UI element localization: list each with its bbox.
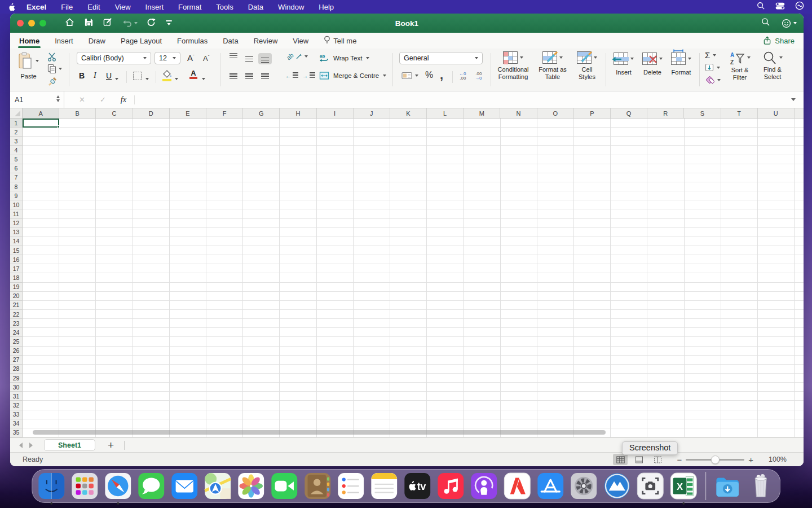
maps-dock-icon[interactable] — [204, 472, 232, 500]
column-header-g[interactable]: G — [243, 108, 280, 118]
tab-formulas[interactable]: Formulas — [177, 33, 208, 49]
photos-dock-icon[interactable] — [237, 472, 265, 500]
row-header-13[interactable]: 13 — [10, 228, 22, 237]
row-header-4[interactable]: 4 — [10, 146, 22, 155]
row-header-8[interactable]: 8 — [10, 182, 22, 191]
shrink-font-button[interactable]: Aˇ — [203, 54, 209, 63]
column-header-c[interactable]: C — [96, 108, 133, 118]
zoom-in-button[interactable]: + — [748, 455, 753, 465]
edit-icon[interactable] — [103, 17, 113, 29]
appstore-dock-icon[interactable] — [536, 472, 564, 500]
merge-centre-button[interactable]: Merge & Centre — [319, 71, 386, 80]
row-header-7[interactable]: 7 — [10, 173, 22, 182]
facetime-dock-icon[interactable] — [270, 472, 298, 500]
tab-review[interactable]: Review — [254, 33, 278, 49]
column-header-f[interactable]: F — [206, 108, 243, 118]
name-box-stepper[interactable] — [56, 95, 60, 102]
save-icon[interactable] — [84, 17, 94, 29]
row-header-12[interactable]: 12 — [10, 219, 22, 228]
column-header-h[interactable]: H — [280, 108, 316, 118]
apple-menu-icon[interactable] — [8, 2, 15, 11]
next-sheet-arrow[interactable] — [29, 443, 33, 448]
page-break-view-button[interactable] — [650, 454, 665, 465]
row-header-26[interactable]: 26 — [10, 347, 22, 356]
contacts-dock-icon[interactable] — [303, 472, 332, 500]
fill-button[interactable] — [705, 63, 720, 72]
column-header-e[interactable]: E — [170, 108, 206, 118]
music-dock-icon[interactable] — [436, 472, 465, 500]
redo-icon[interactable] — [147, 17, 156, 29]
fill-color-caret[interactable] — [175, 75, 178, 82]
column-header-p[interactable]: P — [574, 108, 611, 118]
italic-button[interactable]: I — [94, 71, 96, 80]
minimize-button[interactable] — [28, 20, 35, 27]
titlebar-search-icon[interactable] — [761, 17, 770, 29]
trash-dock-icon[interactable] — [747, 472, 775, 500]
fill-handle[interactable] — [57, 125, 60, 128]
wrap-text-button[interactable]: ab Wrap Text — [319, 53, 369, 63]
customize-toolbar-icon[interactable] — [165, 18, 173, 28]
row-header-34[interactable]: 34 — [10, 419, 22, 428]
home-icon[interactable] — [64, 17, 75, 29]
underline-menu-caret[interactable] — [115, 75, 118, 82]
settings-dock-icon[interactable] — [570, 472, 598, 500]
menu-data[interactable]: Data — [248, 3, 263, 11]
tab-data[interactable]: Data — [223, 33, 238, 49]
tab-view[interactable]: View — [293, 33, 308, 49]
increase-indent-button[interactable]: → — [302, 72, 315, 80]
page-layout-view-button[interactable] — [632, 454, 646, 465]
column-header-k[interactable]: K — [390, 108, 427, 118]
row-header-29[interactable]: 29 — [10, 374, 22, 383]
column-header-m[interactable]: M — [464, 108, 500, 118]
normal-view-button[interactable] — [613, 454, 628, 465]
selected-cell-a1[interactable] — [23, 119, 59, 128]
finder-dock-icon[interactable] — [37, 472, 65, 500]
zoom-out-button[interactable]: − — [677, 455, 682, 465]
decrease-decimal-button[interactable]: .00→0 — [475, 72, 482, 81]
row-header-24[interactable]: 24 — [10, 328, 22, 337]
control-center-icon[interactable] — [775, 2, 785, 12]
align-top-button[interactable] — [227, 53, 240, 64]
format-painter-button[interactable] — [47, 76, 58, 87]
align-left-button[interactable] — [227, 71, 240, 82]
row-header-25[interactable]: 25 — [10, 337, 22, 346]
close-button[interactable] — [17, 20, 24, 27]
row-header-3[interactable]: 3 — [10, 137, 22, 146]
column-header-l[interactable]: L — [427, 108, 464, 118]
grow-font-button[interactable]: Aˆ — [187, 53, 195, 63]
horizontal-scrollbar[interactable] — [33, 430, 606, 435]
cell-styles-button[interactable]: Cell Styles — [573, 51, 601, 80]
menu-edit[interactable]: Edit — [87, 3, 100, 11]
column-header-o[interactable]: O — [537, 108, 574, 118]
accounting-format-button[interactable] — [401, 71, 418, 80]
increase-decimal-button[interactable]: ←0.00 — [459, 72, 466, 81]
row-header-18[interactable]: 18 — [10, 273, 22, 282]
undo-icon[interactable] — [122, 19, 138, 28]
zoom-slider-handle[interactable] — [711, 456, 720, 464]
copy-button[interactable] — [47, 64, 62, 73]
menu-view[interactable]: View — [115, 3, 131, 11]
column-header-r[interactable]: R — [647, 108, 684, 118]
share-button[interactable]: Share — [763, 36, 795, 45]
sheet-tab-sheet1[interactable]: Sheet1 — [44, 439, 95, 451]
orientation-button[interactable]: ab — [286, 53, 308, 60]
news-dock-icon[interactable] — [503, 472, 531, 500]
font-color-button[interactable]: A — [189, 69, 197, 79]
messages-dock-icon[interactable] — [137, 472, 165, 500]
percent-style-button[interactable]: % — [425, 70, 433, 80]
zoom-button[interactable] — [39, 20, 46, 27]
column-header-t[interactable]: T — [721, 108, 758, 118]
row-header-30[interactable]: 30 — [10, 383, 22, 392]
row-header-6[interactable]: 6 — [10, 164, 22, 173]
borders-button[interactable] — [133, 72, 142, 80]
row-header-32[interactable]: 32 — [10, 401, 22, 410]
tab-insert[interactable]: Insert — [55, 33, 73, 49]
column-header-q[interactable]: Q — [611, 108, 647, 118]
add-sheet-button[interactable]: + — [108, 440, 114, 450]
cancel-icon[interactable]: ✕ — [79, 95, 85, 104]
enter-icon[interactable]: ✓ — [100, 95, 106, 104]
tab-tell-me[interactable]: Tell me — [324, 33, 356, 49]
format-cells-button[interactable]: Format — [668, 52, 695, 76]
insert-cells-button[interactable]: Insert — [610, 52, 637, 76]
cell-grid[interactable] — [23, 119, 804, 437]
